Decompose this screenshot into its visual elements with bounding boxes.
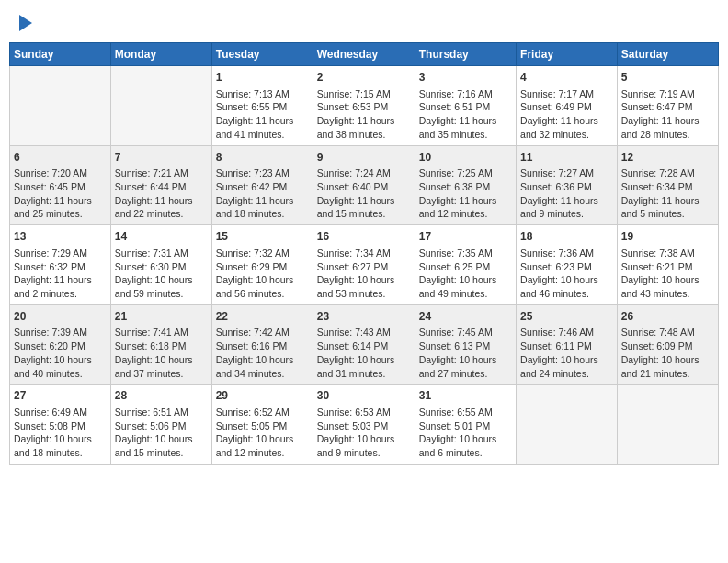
day-info: Sunrise: 7:28 AM Sunset: 6:34 PM Dayligh… [621,167,714,221]
day-number: 12 [621,150,714,166]
day-number: 27 [14,388,107,404]
calendar-cell: 7Sunrise: 7:21 AM Sunset: 6:44 PM Daylig… [110,145,211,225]
header-day-friday: Friday [517,43,618,66]
day-number: 24 [419,309,512,325]
day-number: 28 [115,388,208,404]
day-info: Sunrise: 7:45 AM Sunset: 6:13 PM Dayligh… [419,326,512,380]
calendar-cell: 23Sunrise: 7:43 AM Sunset: 6:14 PM Dayli… [313,304,415,385]
day-number: 1 [216,70,309,86]
day-number: 10 [419,150,512,166]
calendar-cell [10,66,111,146]
header-day-wednesday: Wednesday [313,43,415,66]
logo-blue [17,13,32,31]
calendar-cell [517,385,618,465]
day-number: 8 [216,150,309,166]
day-info: Sunrise: 7:17 AM Sunset: 6:49 PM Dayligh… [520,87,613,142]
calendar-week-3: 13Sunrise: 7:29 AM Sunset: 6:32 PM Dayli… [10,225,719,305]
day-info: Sunrise: 7:27 AM Sunset: 6:36 PM Dayligh… [520,167,613,221]
day-info: Sunrise: 7:36 AM Sunset: 6:23 PM Dayligh… [520,247,613,301]
day-info: Sunrise: 7:23 AM Sunset: 6:42 PM Dayligh… [216,167,309,221]
day-number: 30 [317,388,411,404]
calendar-cell: 12Sunrise: 7:28 AM Sunset: 6:34 PM Dayli… [617,145,718,225]
day-number: 29 [216,388,309,404]
calendar-cell: 21Sunrise: 7:41 AM Sunset: 6:18 PM Dayli… [110,304,211,385]
calendar-body: 1Sunrise: 7:13 AM Sunset: 6:55 PM Daylig… [10,66,719,465]
day-number: 5 [621,70,714,86]
day-info: Sunrise: 7:39 AM Sunset: 6:20 PM Dayligh… [14,326,107,380]
calendar-cell: 17Sunrise: 7:35 AM Sunset: 6:25 PM Dayli… [415,225,516,305]
day-number: 23 [317,309,411,325]
day-info: Sunrise: 7:41 AM Sunset: 6:18 PM Dayligh… [115,326,208,380]
calendar-cell: 22Sunrise: 7:42 AM Sunset: 6:16 PM Dayli… [211,304,313,385]
day-info: Sunrise: 7:16 AM Sunset: 6:51 PM Dayligh… [419,87,512,142]
calendar-cell: 11Sunrise: 7:27 AM Sunset: 6:36 PM Dayli… [517,145,618,225]
calendar-cell: 9Sunrise: 7:24 AM Sunset: 6:40 PM Daylig… [313,145,415,225]
day-info: Sunrise: 6:49 AM Sunset: 5:08 PM Dayligh… [14,406,107,460]
day-info: Sunrise: 7:31 AM Sunset: 6:30 PM Dayligh… [115,247,208,301]
header-row: SundayMondayTuesdayWednesdayThursdayFrid… [10,43,719,66]
day-info: Sunrise: 7:21 AM Sunset: 6:44 PM Dayligh… [115,167,208,221]
day-number: 22 [216,309,309,325]
calendar-cell: 3Sunrise: 7:16 AM Sunset: 6:51 PM Daylig… [415,66,516,146]
day-number: 9 [317,150,411,166]
calendar-cell: 28Sunrise: 6:51 AM Sunset: 5:06 PM Dayli… [110,385,211,465]
calendar-cell: 30Sunrise: 6:53 AM Sunset: 5:03 PM Dayli… [313,385,415,465]
day-number: 3 [419,70,512,86]
day-info: Sunrise: 7:20 AM Sunset: 6:45 PM Dayligh… [14,167,107,221]
day-number: 7 [115,150,208,166]
day-info: Sunrise: 7:32 AM Sunset: 6:29 PM Dayligh… [216,247,309,301]
day-number: 31 [419,388,512,404]
calendar-week-4: 20Sunrise: 7:39 AM Sunset: 6:20 PM Dayli… [10,304,719,385]
day-number: 4 [520,70,613,86]
day-number: 18 [520,229,613,245]
calendar-header: SundayMondayTuesdayWednesdayThursdayFrid… [10,43,719,66]
day-info: Sunrise: 7:34 AM Sunset: 6:27 PM Dayligh… [317,247,411,301]
day-info: Sunrise: 7:46 AM Sunset: 6:11 PM Dayligh… [520,326,613,380]
calendar-cell: 19Sunrise: 7:38 AM Sunset: 6:21 PM Dayli… [617,225,718,305]
day-info: Sunrise: 7:43 AM Sunset: 6:14 PM Dayligh… [317,326,411,380]
day-info: Sunrise: 7:19 AM Sunset: 6:47 PM Dayligh… [621,87,714,142]
day-info: Sunrise: 6:55 AM Sunset: 5:01 PM Dayligh… [419,406,512,460]
header-day-tuesday: Tuesday [211,43,313,66]
day-number: 19 [621,229,714,245]
calendar-cell: 5Sunrise: 7:19 AM Sunset: 6:47 PM Daylig… [617,66,718,146]
day-number: 13 [14,229,107,245]
day-number: 17 [419,229,512,245]
day-info: Sunrise: 7:25 AM Sunset: 6:38 PM Dayligh… [419,167,512,221]
calendar-cell: 31Sunrise: 6:55 AM Sunset: 5:01 PM Dayli… [415,385,516,465]
day-info: Sunrise: 7:38 AM Sunset: 6:21 PM Dayligh… [621,247,714,301]
calendar-cell: 18Sunrise: 7:36 AM Sunset: 6:23 PM Dayli… [517,225,618,305]
calendar-week-2: 6Sunrise: 7:20 AM Sunset: 6:45 PM Daylig… [10,145,719,225]
calendar-cell: 26Sunrise: 7:48 AM Sunset: 6:09 PM Dayli… [617,304,718,385]
calendar-cell: 6Sunrise: 7:20 AM Sunset: 6:45 PM Daylig… [10,145,111,225]
day-number: 15 [216,229,309,245]
day-number: 20 [14,309,107,325]
calendar-cell: 25Sunrise: 7:46 AM Sunset: 6:11 PM Dayli… [517,304,618,385]
calendar-cell: 10Sunrise: 7:25 AM Sunset: 6:38 PM Dayli… [415,145,516,225]
calendar-cell [110,66,211,146]
day-number: 25 [520,309,613,325]
calendar-cell: 4Sunrise: 7:17 AM Sunset: 6:49 PM Daylig… [517,66,618,146]
day-info: Sunrise: 6:52 AM Sunset: 5:05 PM Dayligh… [216,406,309,460]
day-number: 16 [317,229,411,245]
calendar-cell: 27Sunrise: 6:49 AM Sunset: 5:08 PM Dayli… [10,385,111,465]
day-number: 26 [621,309,714,325]
day-number: 11 [520,150,613,166]
logo-arrow-icon [19,15,32,31]
calendar-cell [617,385,718,465]
calendar-cell: 14Sunrise: 7:31 AM Sunset: 6:30 PM Dayli… [110,225,211,305]
calendar-cell: 13Sunrise: 7:29 AM Sunset: 6:32 PM Dayli… [10,225,111,305]
day-info: Sunrise: 7:13 AM Sunset: 6:55 PM Dayligh… [216,87,309,142]
calendar-cell: 8Sunrise: 7:23 AM Sunset: 6:42 PM Daylig… [211,145,313,225]
day-info: Sunrise: 6:53 AM Sunset: 5:03 PM Dayligh… [317,406,411,460]
calendar-table: SundayMondayTuesdayWednesdayThursdayFrid… [9,42,719,465]
calendar-cell: 1Sunrise: 7:13 AM Sunset: 6:55 PM Daylig… [211,66,313,146]
calendar-cell: 16Sunrise: 7:34 AM Sunset: 6:27 PM Dayli… [313,225,415,305]
calendar-week-5: 27Sunrise: 6:49 AM Sunset: 5:08 PM Dayli… [10,385,719,465]
day-number: 14 [115,229,208,245]
day-number: 2 [317,70,411,86]
day-info: Sunrise: 7:29 AM Sunset: 6:32 PM Dayligh… [14,247,107,301]
day-info: Sunrise: 7:42 AM Sunset: 6:16 PM Dayligh… [216,326,309,380]
day-info: Sunrise: 7:24 AM Sunset: 6:40 PM Dayligh… [317,167,411,221]
header-day-sunday: Sunday [10,43,111,66]
